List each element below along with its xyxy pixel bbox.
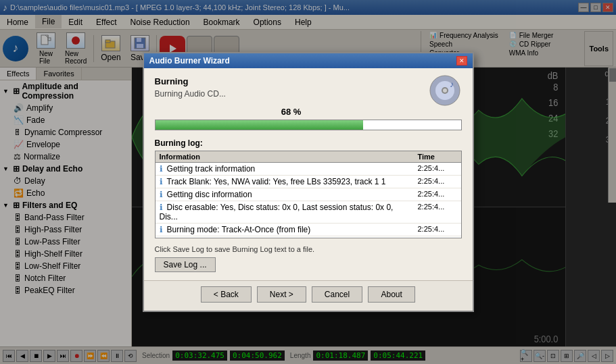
log-info-icon-1: ℹ <box>160 177 163 186</box>
log-cell-info-5: ⚠ Burning started <box>156 236 414 239</box>
log-cell-info-1: ℹ Track Blank: Yes, NWA valid: Yes, free… <box>156 176 414 188</box>
progress-label: 68 % <box>155 107 462 117</box>
log-col-info: Information <box>156 151 414 163</box>
log-table-wrapper[interactable]: Information Time ℹ Getting track informa… <box>155 151 462 238</box>
save-log-text: Click Save Log to save Burning Log text … <box>155 245 462 253</box>
progress-bar-bg <box>155 120 462 130</box>
dialog-close-button[interactable]: ✕ <box>456 56 467 66</box>
dialog-subtitle: Burning Audio CD... <box>155 89 462 99</box>
save-log-section: Click Save Log to save Burning Log text … <box>155 245 462 272</box>
log-cell-time-3: 2:25:4... <box>414 201 461 224</box>
audio-burner-dialog: Audio Burner Wizard ✕ ♪ Burning Burning … <box>143 52 474 312</box>
log-row-5: ⚠ Burning started 2:25:4... <box>156 236 461 239</box>
log-cell-time-0: 2:25:4... <box>414 163 461 176</box>
log-info-icon-2: ℹ <box>160 190 163 199</box>
log-title: Burning log: <box>155 138 462 148</box>
progress-section: 68 % <box>155 107 462 130</box>
dialog-section-title: Burning <box>155 76 462 86</box>
log-cell-time-4: 2:25:4... <box>414 224 461 236</box>
dialog-overlay: Audio Burner Wizard ✕ ♪ Burning Burning … <box>0 0 616 364</box>
log-cell-time-1: 2:25:4... <box>414 176 461 188</box>
log-info-icon-4: ℹ <box>160 225 163 234</box>
cancel-button[interactable]: Cancel <box>312 286 362 303</box>
log-cell-time-2: 2:25:4... <box>414 188 461 201</box>
log-cell-info-4: ℹ Burning mode: Track-At-Once (from file… <box>156 224 414 236</box>
dialog-titlebar: Audio Burner Wizard ✕ <box>144 53 473 68</box>
save-log-button[interactable]: Save Log ... <box>155 257 216 272</box>
log-warn-icon-5: ⚠ <box>160 238 167 238</box>
log-row-1: ℹ Track Blank: Yes, NWA valid: Yes, free… <box>156 176 461 188</box>
log-cell-info-3: ℹ Disc erasable: Yes, Disc status: 0x 0,… <box>156 201 414 224</box>
about-button[interactable]: About <box>368 286 415 303</box>
burning-log-section: Burning log: Information Time <box>155 138 462 238</box>
log-cell-time-5: 2:25:4... <box>414 236 461 239</box>
next-button[interactable]: Next > <box>257 286 306 303</box>
log-row-2: ℹ Getting disc information 2:25:4... <box>156 188 461 201</box>
dialog-title: Audio Burner Wizard <box>149 56 230 66</box>
log-table: Information Time ℹ Getting track informa… <box>156 151 461 238</box>
svg-point-23 <box>443 88 447 93</box>
log-row-3: ℹ Disc erasable: Yes, Disc status: 0x 0,… <box>156 201 461 224</box>
progress-bar-fill <box>156 120 363 130</box>
log-row-4: ℹ Burning mode: Track-At-Once (from file… <box>156 224 461 236</box>
dialog-content: ♪ Burning Burning Audio CD... 68 % Burni… <box>144 68 473 280</box>
dialog-buttons: < Back Next > Cancel About <box>144 280 473 311</box>
log-cell-info-0: ℹ Getting track information <box>156 163 414 176</box>
cd-disc-icon: ♪ <box>428 74 462 109</box>
log-cell-info-2: ℹ Getting disc information <box>156 188 414 201</box>
log-info-icon-0: ℹ <box>160 164 163 174</box>
log-row-0: ℹ Getting track information 2:25:4... <box>156 163 461 176</box>
log-info-icon-3: ℹ <box>160 203 163 212</box>
back-button[interactable]: < Back <box>201 286 252 303</box>
log-col-time: Time <box>414 151 461 163</box>
svg-text:♪: ♪ <box>450 80 454 89</box>
